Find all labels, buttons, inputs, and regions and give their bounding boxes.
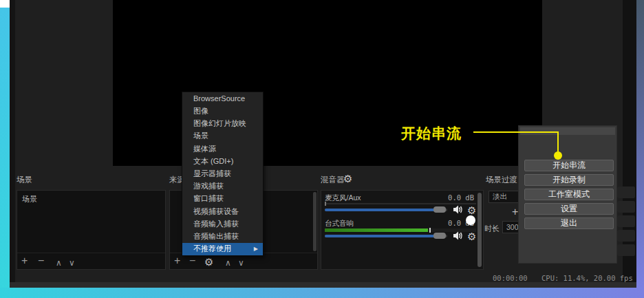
menu-item-label: 显示器捕获 bbox=[193, 169, 231, 179]
menu-item-label: BrowserSource bbox=[193, 94, 245, 103]
obs-screenshot: 场景 来源 混音器 ⚙ 场景过渡 场景 + − ∧ ∨ + − ⚙ ∧ ∨ 麦克… bbox=[0, 0, 644, 298]
settings-button[interactable]: 设置 bbox=[524, 203, 614, 215]
frame-right-gradient bbox=[636, 0, 644, 288]
menu-item-browsersource[interactable]: BrowserSource bbox=[182, 92, 263, 105]
scene-move-down-icon[interactable]: ∨ bbox=[69, 257, 75, 268]
start-recording-button[interactable]: 开始录制 bbox=[524, 174, 614, 186]
sources-scrollbar[interactable] bbox=[313, 192, 316, 251]
dock-button[interactable] bbox=[617, 230, 635, 242]
frame-bottom-gradient bbox=[0, 288, 644, 298]
speaker-icon[interactable] bbox=[453, 204, 464, 217]
menu-item-label: 游戏捕获 bbox=[193, 181, 224, 191]
menu-item-label: 文本 (GDI+) bbox=[193, 156, 233, 167]
menu-item-audio-output-capture[interactable]: 音频输出捕获 bbox=[182, 231, 263, 243]
window-left-edge bbox=[10, 0, 15, 288]
annotation-dot bbox=[554, 151, 562, 160]
menu-item-image-slideshow[interactable]: 图像幻灯片放映 bbox=[182, 117, 263, 129]
click-indicator-dot bbox=[466, 215, 475, 225]
volume-slider-handle[interactable] bbox=[433, 206, 446, 213]
channel-settings-icon[interactable]: ⚙ bbox=[467, 205, 476, 215]
menu-item-label: 窗口捕获 bbox=[193, 193, 224, 204]
speaker-icon[interactable] bbox=[453, 231, 464, 244]
scenes-toolbar-divider bbox=[17, 253, 165, 253]
dock-button[interactable] bbox=[617, 187, 635, 198]
transition-duration-label: 时长 bbox=[484, 224, 500, 234]
menu-item-label: 图像幻灯片放映 bbox=[193, 118, 246, 129]
scene-remove-icon[interactable]: − bbox=[38, 255, 44, 266]
menu-item-display-capture[interactable]: 显示器捕获 bbox=[182, 167, 263, 180]
volume-slider-fill bbox=[325, 235, 436, 237]
submenu-arrow-icon: ▶ bbox=[254, 246, 258, 252]
mixer-channel-level: 0.0 dB bbox=[423, 193, 474, 202]
mixer-panel-title: 混音器 bbox=[321, 175, 345, 184]
mixer-meter-tick bbox=[325, 202, 326, 206]
menu-item-label: 媒体源 bbox=[193, 144, 216, 154]
exit-button[interactable]: 退出 bbox=[524, 217, 614, 229]
video-preview-canvas[interactable] bbox=[113, 0, 542, 166]
dock-button[interactable] bbox=[617, 244, 635, 256]
channel-settings-icon[interactable]: ⚙ bbox=[467, 231, 476, 242]
menu-item-deprecated[interactable]: 不推荐使用 ▶ bbox=[182, 243, 263, 255]
scenes-panel: 场景 + − ∧ ∨ bbox=[17, 190, 166, 270]
menu-item-label: 音频输出捕获 bbox=[193, 231, 239, 242]
menu-item-window-capture[interactable]: 窗口捕获 bbox=[182, 193, 263, 205]
dock-button[interactable] bbox=[617, 201, 635, 213]
mixer-scrollbar[interactable] bbox=[477, 193, 482, 267]
source-properties-icon[interactable]: ⚙ bbox=[204, 257, 213, 267]
studio-mode-button[interactable]: 工作室模式 bbox=[524, 189, 614, 200]
menu-item-image[interactable]: 图像 bbox=[182, 105, 263, 117]
annotation-label: 开始串流 bbox=[401, 124, 462, 143]
menu-item-label: 音频输入捕获 bbox=[193, 219, 239, 229]
scenes-panel-title: 场景 bbox=[17, 175, 32, 184]
annotation-line-vertical bbox=[557, 131, 559, 152]
add-source-menu: BrowserSource 图像 图像幻灯片放映 场景 媒体源 文本 (GDI+… bbox=[182, 92, 264, 256]
menu-item-game-capture[interactable]: 游戏捕获 bbox=[182, 180, 263, 193]
menu-item-label: 图像 bbox=[193, 106, 208, 116]
menu-item-audio-input-capture[interactable]: 音频输入捕获 bbox=[182, 217, 263, 230]
mixer-meter-peak-tick bbox=[429, 228, 431, 233]
menu-item-text-gdi[interactable]: 文本 (GDI+) bbox=[182, 155, 263, 167]
menu-item-label: 场景 bbox=[193, 131, 208, 141]
mixer-panel: 麦克风/Aux 0.0 dB ⚙ 台式音响 0.0 dB bbox=[321, 190, 484, 270]
source-move-up-icon[interactable]: ∧ bbox=[225, 257, 231, 268]
controls-popup: 开始串流 开始录制 工作室模式 设置 退出 bbox=[518, 125, 617, 264]
volume-slider-handle[interactable] bbox=[433, 233, 446, 239]
volume-slider-fill bbox=[325, 209, 436, 211]
dock-button[interactable] bbox=[617, 215, 635, 227]
source-add-icon[interactable]: + bbox=[174, 255, 180, 266]
menu-item-media-source[interactable]: 媒体源 bbox=[182, 142, 263, 155]
source-move-down-icon[interactable]: ∨ bbox=[238, 257, 244, 268]
frame-left-gradient bbox=[0, 8, 10, 298]
menu-item-label: 视频捕获设备 bbox=[193, 206, 239, 217]
scene-add-icon[interactable]: + bbox=[21, 255, 28, 266]
mixer-meter-fill bbox=[325, 228, 428, 232]
menu-item-video-capture-device[interactable]: 视频捕获设备 bbox=[182, 205, 263, 217]
menu-item-scene[interactable]: 场景 bbox=[182, 130, 263, 142]
start-streaming-button[interactable]: 开始串流 bbox=[524, 160, 614, 171]
transition-add-icon[interactable]: + bbox=[512, 206, 518, 217]
window-bottom-edge bbox=[10, 282, 636, 288]
scene-list-item[interactable]: 场景 bbox=[22, 194, 37, 204]
mixer-channel-name: 麦克风/Aux bbox=[325, 193, 361, 203]
annotation-line-horizontal bbox=[473, 131, 558, 133]
transitions-panel-title: 场景过渡 bbox=[486, 175, 517, 184]
page-corner bbox=[0, 0, 10, 8]
source-remove-icon[interactable]: − bbox=[189, 255, 195, 266]
mixer-settings-icon[interactable]: ⚙ bbox=[343, 173, 352, 183]
menu-item-label: 不推荐使用 bbox=[193, 244, 231, 254]
scene-move-up-icon[interactable]: ∧ bbox=[56, 257, 62, 268]
mixer-channel-name: 台式音响 bbox=[325, 219, 354, 228]
